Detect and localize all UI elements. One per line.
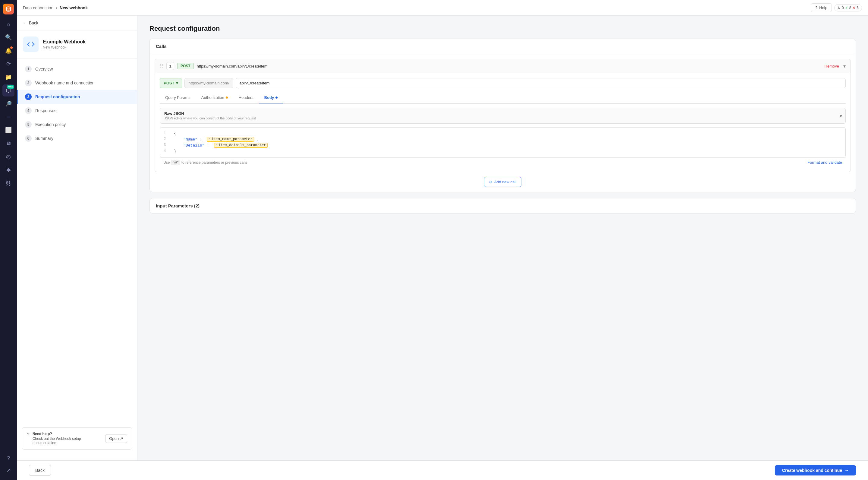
code-editor[interactable]: 1 { 2 "Name" : ❝item_name_parameter , bbox=[160, 127, 846, 157]
webhook-sub: New Webhook bbox=[43, 45, 86, 50]
call-number: 1 bbox=[166, 62, 174, 70]
nav-plugin[interactable]: ✱ bbox=[2, 164, 14, 176]
plus-circle-icon: ⊕ bbox=[489, 180, 493, 184]
code-line-3: 3 "Details" : ❝item_details_parameter bbox=[160, 142, 845, 148]
sidebar-header: ← Back bbox=[17, 16, 137, 30]
arrow-right-icon: → bbox=[844, 468, 849, 473]
code-line-1: 1 { bbox=[160, 130, 845, 136]
back-button[interactable]: ← Back bbox=[23, 21, 38, 25]
remove-call-button[interactable]: Remove bbox=[825, 64, 839, 68]
webhook-icon bbox=[23, 36, 38, 52]
help-box: ? Need help? Check out the Webhook setup… bbox=[22, 427, 132, 450]
calls-card-header: Calls bbox=[150, 39, 856, 54]
tab-headers[interactable]: Headers bbox=[233, 92, 259, 103]
step-responses[interactable]: 4 Responses bbox=[17, 104, 137, 118]
nav-export[interactable]: ↗ bbox=[2, 464, 14, 476]
url-base-display: https://my-domain.com/ bbox=[184, 78, 233, 88]
nav-box[interactable]: ⬜ bbox=[2, 124, 14, 136]
refresh-icon: ↻ bbox=[838, 6, 841, 10]
call-url-display: https://my-domain.com/api/v1/createItem bbox=[197, 64, 822, 68]
external-link-icon: ↗ bbox=[120, 436, 123, 441]
authorization-dot bbox=[226, 96, 228, 98]
nav-data[interactable]: ⬡ New bbox=[2, 84, 14, 96]
create-webhook-button[interactable]: Create webhook and continue → bbox=[775, 465, 856, 476]
svg-point-0 bbox=[6, 7, 11, 9]
tab-authorization[interactable]: Authorization bbox=[196, 92, 233, 103]
editor-hint-rest: to reference parameters or previous call… bbox=[181, 160, 247, 164]
nav-history[interactable]: ⟳ bbox=[2, 58, 14, 70]
page-title: Request configuration bbox=[150, 25, 856, 33]
topbar-actions: ? Help ↻ 0 ✓ 8 ✕ 6 bbox=[811, 3, 862, 12]
call-expanded: POST ▾ https://my-domain.com/ Query Para… bbox=[155, 73, 851, 172]
breadcrumb-current: New webhook bbox=[60, 5, 88, 10]
step-summary[interactable]: 6 Summary bbox=[17, 131, 137, 145]
bottom-bar: Back Create webhook and continue → bbox=[17, 460, 868, 480]
sidebar: ← Back Example Webhook New Webhook bbox=[17, 16, 137, 460]
url-row: POST ▾ https://my-domain.com/ bbox=[160, 78, 846, 88]
back-arrow-icon: ← bbox=[23, 21, 27, 25]
call-method-badge: POST bbox=[177, 63, 194, 69]
calls-card-body: ⠿ 1 POST https://my-domain.com/api/v1/cr… bbox=[150, 54, 856, 192]
nav-rail: ⌂ 🔍 🔔 ⟳ 📁 ⬡ New 🔎 ≡ ⬜ 🖥 ◎ ✱ ⛓ ? ↗ bbox=[0, 0, 17, 480]
chevron-down-icon[interactable]: ▾ bbox=[843, 63, 846, 69]
webhook-info: Example Webhook New Webhook bbox=[17, 30, 137, 59]
input-params-card: Input Parameters (2) bbox=[150, 198, 856, 213]
url-path-input[interactable] bbox=[236, 78, 846, 88]
help-desc: Check out the Webhook setup documentatio… bbox=[33, 437, 81, 445]
help-button[interactable]: ? Help bbox=[811, 3, 832, 12]
body-type-wrapper: Raw JSON JSON editor where you can const… bbox=[160, 108, 846, 124]
chevron-down-icon: ▾ bbox=[176, 81, 178, 85]
nav-layers[interactable]: ≡ bbox=[2, 111, 14, 123]
nav-monitor[interactable]: 🖥 bbox=[2, 138, 14, 150]
breadcrumb-parent[interactable]: Data connection bbox=[23, 5, 53, 10]
steps-list: 1 Overview 2 Webhook name and connection… bbox=[17, 59, 137, 149]
select-chevron-icon: ▾ bbox=[840, 114, 842, 118]
breadcrumb-sep: › bbox=[56, 5, 57, 10]
format-validate-button[interactable]: Format and validate bbox=[807, 160, 842, 164]
body-type-label: Raw JSON bbox=[164, 111, 184, 116]
calls-card: Calls ⠿ 1 POST https://my-domain.com/api… bbox=[150, 38, 856, 192]
nav-query[interactable]: 🔎 bbox=[2, 98, 14, 110]
main-content: Request configuration Calls ⠿ 1 POST htt… bbox=[137, 16, 868, 460]
body-type-sub: JSON editor where you can construct the … bbox=[164, 116, 256, 120]
code-line-2: 2 "Name" : ❝item_name_parameter , bbox=[160, 136, 845, 142]
drag-handle-icon[interactable]: ⠿ bbox=[160, 63, 163, 69]
status-pill: ↻ 0 ✓ 8 ✕ 6 bbox=[834, 4, 862, 11]
code-line-4: 4 } bbox=[160, 148, 845, 154]
step-execution-policy[interactable]: 5 Execution policy bbox=[17, 118, 137, 131]
step-overview[interactable]: 1 Overview bbox=[17, 62, 137, 76]
webhook-name: Example Webhook bbox=[43, 39, 86, 44]
body-dot bbox=[276, 96, 278, 98]
editor-hint: Use bbox=[163, 160, 170, 164]
breadcrumb: Data connection › New webhook bbox=[23, 5, 88, 10]
app-logo bbox=[3, 4, 14, 14]
editor-footer: Use "@" to reference parameters or previ… bbox=[160, 157, 846, 167]
nav-notifications[interactable]: 🔔 bbox=[2, 44, 14, 57]
nav-connectors[interactable]: ⛓ bbox=[2, 177, 14, 189]
back-bottom-button[interactable]: Back bbox=[29, 465, 51, 476]
help-icon: ? bbox=[815, 5, 817, 10]
tab-query-params[interactable]: Query Params bbox=[160, 92, 196, 103]
body-type-select[interactable]: Raw JSON JSON editor where you can const… bbox=[160, 108, 846, 124]
nav-home[interactable]: ⌂ bbox=[2, 18, 14, 30]
add-new-call-button[interactable]: ⊕ Add new call bbox=[484, 177, 522, 187]
method-dropdown[interactable]: POST ▾ bbox=[160, 78, 182, 88]
step-request-config[interactable]: 3 Request configuration bbox=[17, 90, 137, 104]
nav-search[interactable]: 🔍 bbox=[2, 31, 14, 43]
nav-folder[interactable]: 📁 bbox=[2, 71, 14, 83]
editor-hint-code: "@" bbox=[171, 160, 181, 165]
open-docs-button[interactable]: Open ↗ bbox=[105, 434, 127, 443]
call-item-header: ⠿ 1 POST https://my-domain.com/api/v1/cr… bbox=[155, 59, 851, 73]
call-tabs: Query Params Authorization Headers Body bbox=[160, 92, 846, 104]
topbar: Data connection › New webhook ? Help ↻ 0… bbox=[17, 0, 868, 16]
nav-help[interactable]: ? bbox=[2, 452, 14, 464]
help-title: Need help? bbox=[33, 432, 102, 436]
help-circle-icon: ? bbox=[27, 432, 30, 438]
nav-circle[interactable]: ◎ bbox=[2, 151, 14, 163]
step-webhook-name[interactable]: 2 Webhook name and connection bbox=[17, 76, 137, 90]
tab-body[interactable]: Body bbox=[259, 92, 283, 103]
input-params-header: Input Parameters (2) bbox=[150, 199, 856, 213]
